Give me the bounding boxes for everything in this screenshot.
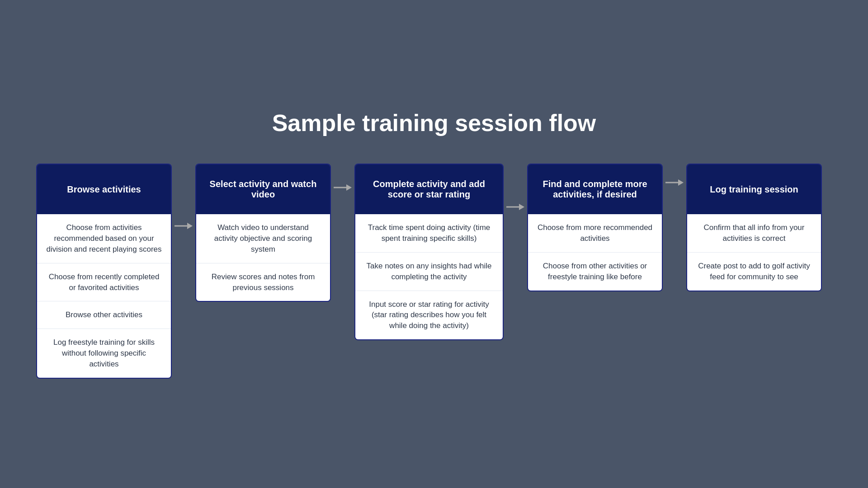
card-body-find-more: Choose from more recommended activitiesC…: [528, 214, 662, 290]
card-select-activity: Select activity and watch videoWatch vid…: [195, 164, 331, 302]
card-body-browse-activities: Choose from activities recommended based…: [37, 214, 171, 377]
card-item-log-session-1: Create post to add to golf activity feed…: [687, 253, 821, 291]
arrow-0: [172, 219, 195, 233]
card-item-browse-activities-2: Browse other activities: [37, 301, 171, 329]
card-item-browse-activities-3: Log freestyle training for skills withou…: [37, 329, 171, 377]
card-item-log-session-0: Confirm that all info from your activiti…: [687, 214, 821, 253]
card-complete-activity: Complete activity and add score or star …: [354, 164, 504, 340]
card-header-find-more: Find and complete more activities, if de…: [528, 164, 662, 214]
svg-marker-3: [346, 184, 352, 191]
card-body-log-session: Confirm that all info from your activiti…: [687, 214, 821, 290]
svg-marker-7: [678, 179, 684, 186]
card-item-find-more-1: Choose from other activities or freestyl…: [528, 253, 662, 291]
card-item-complete-activity-1: Take notes on any insights had while com…: [355, 253, 503, 291]
flow-step-select-activity: Select activity and watch videoWatch vid…: [195, 164, 354, 302]
flow-step-browse-activities: Browse activitiesChoose from activities …: [36, 164, 195, 378]
flow-step-find-more: Find and complete more activities, if de…: [527, 164, 686, 291]
card-item-complete-activity-0: Track time spent doing activity (time sp…: [355, 214, 503, 253]
card-header-complete-activity: Complete activity and add score or star …: [355, 164, 503, 214]
card-item-select-activity-0: Watch video to understand activity objec…: [196, 214, 330, 263]
card-item-complete-activity-2: Input score or star rating for activity …: [355, 291, 503, 339]
flow-container: Browse activitiesChoose from activities …: [36, 164, 832, 378]
card-header-log-session: Log training session: [687, 164, 821, 214]
arrow-2: [504, 200, 527, 214]
card-header-browse-activities: Browse activities: [37, 164, 171, 214]
svg-marker-1: [187, 223, 193, 229]
card-item-find-more-0: Choose from more recommended activities: [528, 214, 662, 253]
card-body-select-activity: Watch video to understand activity objec…: [196, 214, 330, 301]
flow-step-log-session: Log training sessionConfirm that all inf…: [686, 164, 822, 291]
svg-marker-5: [519, 204, 524, 210]
card-item-browse-activities-0: Choose from activities recommended based…: [37, 214, 171, 263]
card-item-browse-activities-1: Choose from recently completed or favori…: [37, 263, 171, 302]
card-item-select-activity-1: Review scores and notes from previous se…: [196, 263, 330, 301]
card-find-more: Find and complete more activities, if de…: [527, 164, 663, 291]
arrow-1: [331, 181, 354, 194]
card-header-select-activity: Select activity and watch video: [196, 164, 330, 214]
arrow-3: [663, 176, 686, 189]
flow-step-complete-activity: Complete activity and add score or star …: [354, 164, 527, 340]
card-browse-activities: Browse activitiesChoose from activities …: [36, 164, 172, 378]
card-log-session: Log training sessionConfirm that all inf…: [686, 164, 822, 291]
card-body-complete-activity: Track time spent doing activity (time sp…: [355, 214, 503, 339]
page-title: Sample training session flow: [272, 109, 596, 136]
